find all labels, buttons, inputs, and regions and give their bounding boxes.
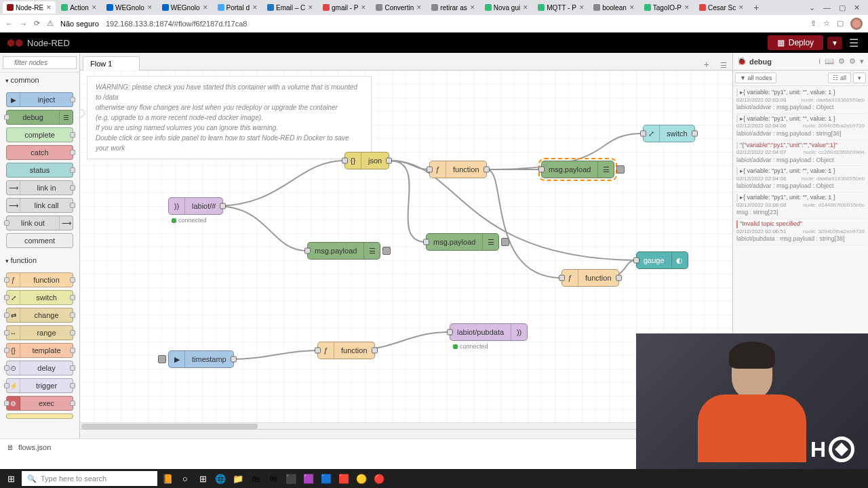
flow-canvas[interactable]: WARNING: please check you have started t… [80,70,732,422]
filter-caret[interactable]: ▾ [853,73,866,83]
taskbar-app[interactable]: 📙 [160,471,175,486]
info-comment[interactable]: WARNING: please check you have started t… [87,76,372,159]
start-button[interactable]: ⊞ [3,470,19,487]
forward-button[interactable]: → [20,20,27,28]
share-icon[interactable]: ⇪ [810,19,816,28]
filter-nodes-input[interactable] [3,56,77,69]
inject-button[interactable] [158,355,166,363]
browser-tab[interactable]: Action✕ [57,1,101,14]
browser-tab[interactable]: Email – C✕ [263,1,317,14]
node-debug-2[interactable]: msg.payload☰ [426,233,499,251]
sidebar-info-icon[interactable]: i [819,57,821,66]
debug-toggle[interactable] [616,165,625,174]
status-file[interactable]: 🗎 flows.json [7,443,51,451]
palette-node-change[interactable]: ⇄change [6,308,73,323]
palette-node-debug[interactable]: debug☰ [6,110,73,125]
debug-toggle[interactable] [382,247,391,255]
browser-tab[interactable]: Portal d✕ [214,1,262,14]
url-field[interactable]: 192.168.133.8:1874/#flow/f6f2187d.f17ca8 [106,20,804,28]
node-inject[interactable]: ▶timestamp [168,350,234,368]
browser-tab[interactable]: gmail - P✕ [319,1,370,14]
menu-button[interactable]: ☰ [846,37,861,49]
palette-node-inject[interactable]: ▶inject [6,92,73,107]
taskbar-app[interactable]: 🟦 [319,471,334,486]
taskbar-taskview[interactable]: ⊞ [195,471,210,486]
palette-node-link-in[interactable]: ⟶link in [6,180,73,195]
taskbar-search[interactable]: 🔍Type here to search [22,471,157,486]
palette-category-common[interactable]: common [0,73,79,87]
close-icon[interactable]: ✕ [46,4,52,11]
browser-tab[interactable]: Convertin✕ [372,1,426,14]
taskbar-app[interactable]: 🟪 [301,471,316,486]
palette-node-template[interactable]: {}template [6,343,73,358]
browser-tab[interactable]: TagoIO-P✕ [640,1,694,14]
star-icon[interactable]: ☆ [823,19,830,28]
node-function-1[interactable]: ƒfunction [429,161,487,178]
palette-node-status[interactable]: status [6,163,73,178]
palette-node-trigger[interactable]: ⚡trigger [6,378,73,393]
taskbar-app[interactable]: 🔴 [372,471,387,486]
node-function-2[interactable]: ƒfunction [561,269,619,287]
browser-tab[interactable]: WEGnolo✕ [102,1,157,14]
address-bar: ← → ⟳ ⚠ Não seguro 192.168.133.8:1874/#f… [0,15,868,33]
taskbar-explorer[interactable]: 📁 [231,471,245,486]
taskbar-app[interactable]: 🟥 [336,471,351,486]
palette-node-comment[interactable]: comment [6,233,73,248]
canvas-scrollbar[interactable] [80,422,732,429]
palette-node-partial[interactable] [6,413,73,419]
node-function-3[interactable]: ƒfunction [317,342,375,359]
sidebar-context-icon[interactable]: ⚙ [849,57,856,66]
install-icon[interactable]: ▢ [837,19,844,28]
flow-list-button[interactable]: ☰ [715,61,732,70]
deploy-dropdown[interactable]: ▼ [827,37,842,49]
sidebar-tab-debug[interactable]: 🐞debug [737,57,772,66]
node-gauge[interactable]: gauge◐ [636,251,688,269]
taskbar-store[interactable]: 🛍 [248,471,263,486]
chevron-down-icon[interactable]: ⌄ [809,3,815,12]
deploy-button[interactable]: ▦ Deploy [768,35,823,50]
filter-all-nodes[interactable]: ▼ all nodes [735,73,776,83]
window-close[interactable]: ✕ [854,3,860,12]
node-json[interactable]: {}json [344,152,389,169]
palette-node-link-out[interactable]: link out⟶ [6,216,73,230]
sidebar-config-icon[interactable]: ⚙ [838,57,845,66]
window-minimize[interactable]: — [823,3,831,12]
debug-toggle[interactable] [501,238,509,246]
browser-tab[interactable]: boolean✕ [589,1,639,14]
new-tab-button[interactable]: + [749,2,763,13]
taskbar-edge[interactable]: 🌐 [213,471,228,486]
browser-tab[interactable]: WEGnolo✕ [158,1,212,14]
palette-node-link-call[interactable]: ⟶link call [6,198,73,213]
back-button[interactable]: ← [5,20,13,28]
sidebar-dropdown[interactable]: ▾ [860,57,864,66]
node-switch[interactable]: ⤢switch [643,125,695,142]
palette-node-switch[interactable]: ⤢switch [6,290,73,305]
browser-tab[interactable]: Cesar Sc✕ [695,1,748,14]
filter-all[interactable]: ☷ all [828,73,851,83]
palette-category-function[interactable]: function [0,253,79,268]
palette-node-delay[interactable]: ⏲delay [6,361,73,375]
palette-node-complete[interactable]: complete [6,127,73,142]
browser-tab[interactable]: MQTT - P✕ [534,1,588,14]
sidebar-help-icon[interactable]: 📖 [825,57,834,66]
browser-tab[interactable]: Nova gui✕ [481,1,532,14]
palette-node-function[interactable]: ƒfunction [6,272,73,287]
window-maximize[interactable]: ▢ [839,3,846,12]
reload-button[interactable]: ⟳ [34,19,40,28]
taskbar-mail[interactable]: ✉ [266,471,281,486]
node-debug-1[interactable]: msg.payload☰ [307,242,380,260]
node-mqtt-in[interactable]: ))labiot/# connected [168,197,223,215]
flow-tab[interactable]: Flow 1 [83,56,140,70]
node-debug-3-selected[interactable]: msg.payload☰ [541,161,614,178]
palette-node-range[interactable]: ↔range [6,325,73,340]
add-flow-button[interactable]: + [698,59,715,70]
taskbar-app[interactable]: ⬛ [283,471,298,486]
browser-tab[interactable]: retirar as✕ [427,1,479,14]
taskbar-cortana[interactable]: ○ [178,471,193,486]
node-mqtt-out[interactable]: labiot/pubdata)) connected [450,323,528,341]
taskbar-chrome[interactable]: 🟡 [354,471,369,486]
palette-node-catch[interactable]: catch [6,145,73,160]
browser-tab-active[interactable]: Node-RE✕ [3,1,56,14]
profile-avatar[interactable] [850,18,863,30]
palette-node-exec[interactable]: ⚙exec [6,396,73,411]
